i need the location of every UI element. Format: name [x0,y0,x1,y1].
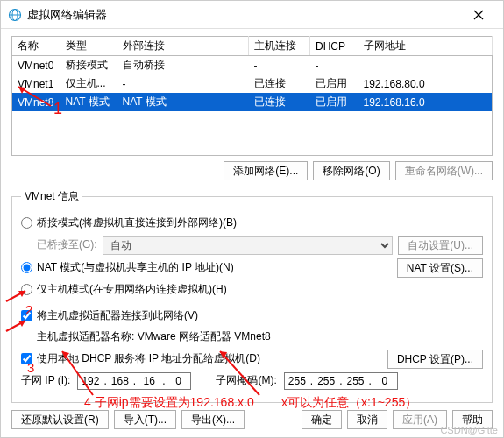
connect-adapter-row[interactable]: 将主机虚拟适配器连接到此网络(V) [21,307,483,325]
window-title: 虚拟网络编辑器 [27,7,461,23]
mask-octet[interactable] [314,374,338,388]
adapter-name-row: 主机虚拟适配器名称: VMware 网络适配器 VMnet8 [37,328,483,346]
connect-adapter-checkbox[interactable] [21,310,32,321]
mask-octet[interactable] [285,374,309,388]
table-row-empty [12,111,493,155]
use-dhcp-label: 使用本地 DHCP 服务将 IP 地址分配给虚拟机(D) [37,351,260,366]
hostonly-radio[interactable] [21,284,32,295]
remove-network-button[interactable]: 移除网络(O) [313,161,389,180]
network-table[interactable]: 名称 类型 外部连接 主机连接 DHCP 子网地址 VMnet0桥接模式自动桥接… [11,36,493,156]
network-table-wrap: 名称 类型 外部连接 主机连接 DHCP 子网地址 VMnet0桥接模式自动桥接… [11,36,493,156]
vmnet-info-group: VMnet 信息 桥接模式(将虚拟机直接连接到外部网络)(B) 已桥接至(G):… [11,189,493,403]
vmnet-info-legend: VMnet 信息 [21,189,82,204]
nat-settings-button[interactable]: NAT 设置(S)... [397,258,483,278]
ip-octet[interactable] [137,374,161,388]
connect-adapter-label: 将主机虚拟适配器连接到此网络(V) [37,308,198,323]
titlebar: 虚拟网络编辑器 [1,1,503,29]
hostonly-mode-row[interactable]: 仅主机模式(在专用网络内连接虚拟机)(H) [21,281,483,299]
col-name[interactable]: 名称 [12,37,60,56]
table-row[interactable]: VMnet1仅主机...-已连接已启用192.168.80.0 [12,74,493,93]
bridge-radio[interactable] [21,217,32,229]
footer-buttons: 还原默认设置(R) 导入(T)... 导出(X)... 确定 取消 应用(A) … [11,410,493,429]
watermark: CSDN@Gitte [440,425,498,435]
use-dhcp-checkbox[interactable] [21,353,32,364]
network-buttons: 添加网络(E)... 移除网络(O) 重命名网络(W)... [11,161,493,180]
ip-octet[interactable] [78,374,103,388]
dhcp-settings-button[interactable]: DHCP 设置(P)... [387,350,483,369]
nat-mode-row[interactable]: NAT 模式(与虚拟机共享主机的 IP 地址)(N) NAT 设置(S)... [21,258,483,278]
col-ext[interactable]: 外部连接 [117,37,249,56]
bridge-to-row: 已桥接至(G): 自动 自动设置(U)... [37,236,483,255]
export-button[interactable]: 导出(X)... [181,410,245,429]
table-row-selected[interactable]: VMnet8NAT 模式NAT 模式已连接已启用192.168.16.0 [12,93,493,111]
nat-label: NAT 模式(与虚拟机共享主机的 IP 地址)(N) [37,260,234,275]
hostonly-label: 仅主机模式(在专用网络内连接虚拟机)(H) [37,282,227,297]
bridge-label: 桥接模式(将虚拟机直接连接到外部网络)(B) [37,215,237,230]
close-icon [473,10,484,20]
rename-network-button: 重命名网络(W)... [395,161,493,180]
col-subnet[interactable]: 子网地址 [358,37,493,56]
subnet-ip-label: 子网 IP (I): [21,373,70,388]
ip-octet[interactable] [166,374,190,388]
bridge-to-label: 已桥接至(G): [37,237,97,252]
mask-octet[interactable] [344,374,368,388]
close-button[interactable] [461,1,496,29]
cancel-button[interactable]: 取消 [347,410,387,429]
use-dhcp-row[interactable]: 使用本地 DHCP 服务将 IP 地址分配给虚拟机(D) DHCP 设置(P).… [21,350,483,369]
subnet-row: 子网 IP (I): . . . 子网掩码(M): . . . [21,372,483,390]
nat-radio[interactable] [21,262,32,273]
bridge-mode-row[interactable]: 桥接模式(将虚拟机直接连接到外部网络)(B) [21,215,483,232]
adapter-name-label: 主机虚拟适配器名称: VMware 网络适配器 VMnet8 [37,329,271,344]
mask-octet[interactable] [373,374,397,388]
ok-button[interactable]: 确定 [302,410,342,429]
table-row[interactable]: VMnet0桥接模式自动桥接-- [12,56,493,75]
import-button[interactable]: 导入(T)... [114,410,176,429]
subnet-mask-input[interactable]: . . . [284,372,398,390]
col-dhcp[interactable]: DHCP [310,37,358,56]
col-type[interactable]: 类型 [60,37,117,56]
subnet-mask-label: 子网掩码(M): [216,373,276,388]
auto-settings-button: 自动设置(U)... [398,236,483,255]
subnet-ip-input[interactable]: . . . [77,372,191,390]
col-host[interactable]: 主机连接 [249,37,310,56]
restore-defaults-button[interactable]: 还原默认设置(R) [11,410,109,429]
ip-octet[interactable] [108,374,132,388]
add-network-button[interactable]: 添加网络(E)... [224,161,308,180]
app-icon [8,8,22,22]
bridge-to-select: 自动 [103,236,394,255]
apply-button: 应用(A) [393,410,447,429]
